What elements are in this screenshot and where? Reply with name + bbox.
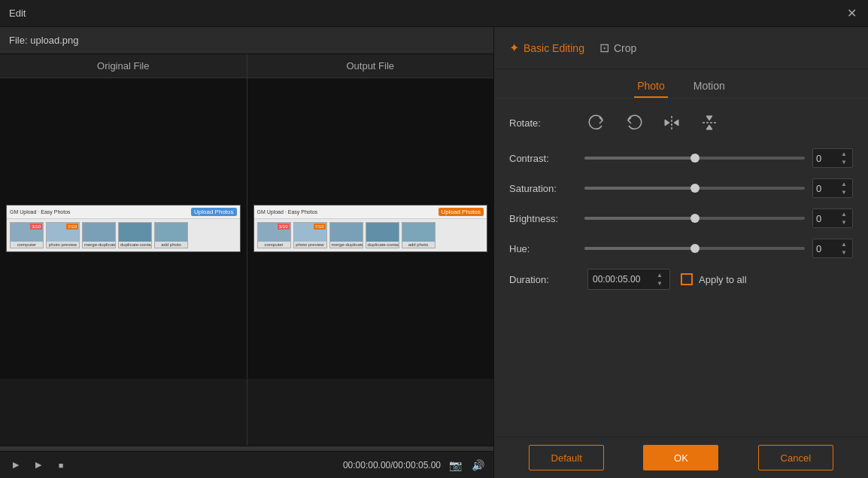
- saturation-fill: [584, 187, 695, 190]
- left-panel-inner: File: upload.png Original File GM Upload…: [0, 27, 493, 478]
- brightness-up[interactable]: ▲: [839, 210, 849, 218]
- original-screenshot: GM Upload · Easy Photos Upload Photos 3/…: [6, 205, 241, 252]
- crop-icon: ⊡: [599, 41, 609, 55]
- contrast-up[interactable]: ▲: [839, 150, 849, 158]
- duration-input[interactable]: 00:00:05.00 ▲ ▼: [587, 269, 670, 290]
- rotate-left-button[interactable]: [622, 111, 646, 135]
- ss-topbar-output: GM Upload · Easy Photos Upload Photos: [254, 206, 487, 219]
- subtab-photo[interactable]: Photo: [634, 75, 668, 98]
- duration-value: 00:00:05.00: [593, 274, 640, 285]
- left-panel: File: upload.png Original File GM Upload…: [0, 27, 494, 478]
- out-thumb-5: add photo: [402, 222, 436, 248]
- thumb-4: duplicate-contact: [118, 222, 152, 248]
- contrast-down[interactable]: ▼: [839, 158, 849, 166]
- duration-spinner[interactable]: ▲ ▼: [654, 271, 665, 288]
- right-panel: ✦ Basic Editing ⊡ Crop Photo Motion Rota…: [494, 27, 868, 478]
- thumb-5: add photo: [154, 222, 188, 248]
- rotate-row: Rotate:: [509, 111, 853, 135]
- bottom-right-empty: [247, 379, 494, 446]
- duration-down[interactable]: ▼: [654, 279, 665, 288]
- saturation-thumb[interactable]: [690, 184, 700, 193]
- brightness-value: 0: [816, 213, 821, 224]
- saturation-spinner[interactable]: ▲ ▼: [839, 180, 849, 196]
- saturation-slider-track[interactable]: [584, 187, 805, 190]
- upload-btn-output[interactable]: Upload Photos: [439, 208, 484, 216]
- output-pane: Output File GM Upload · Easy Photos Uplo…: [247, 54, 494, 378]
- tab-basic-editing-label: Basic Editing: [524, 42, 584, 54]
- hue-thumb[interactable]: [690, 244, 700, 253]
- star-icon: ✦: [509, 41, 519, 55]
- play-button-2[interactable]: ▶: [30, 457, 47, 473]
- hue-down[interactable]: ▼: [839, 248, 849, 257]
- contrast-row: Contrast: 0 ▲ ▼: [509, 148, 853, 168]
- rotate-label: Rotate:: [509, 117, 577, 129]
- brightness-down[interactable]: ▼: [839, 218, 849, 227]
- hue-value-box: 0 ▲ ▼: [812, 239, 853, 258]
- saturation-row: Saturation: 0 ▲ ▼: [509, 178, 853, 198]
- contrast-fill: [584, 157, 695, 160]
- hue-row: Hue: 0 ▲ ▼: [509, 239, 853, 258]
- original-label: Original File: [0, 54, 247, 78]
- flip-horizontal-icon: [663, 114, 680, 131]
- thumb-3: merge-duplicate: [82, 222, 116, 248]
- hue-spinner[interactable]: ▲ ▼: [839, 240, 849, 257]
- sub-tabs: Photo Motion: [494, 69, 868, 99]
- duration-up[interactable]: ▲: [654, 271, 665, 279]
- title-label: Edit: [9, 8, 26, 19]
- saturation-label: Saturation:: [509, 183, 577, 194]
- brightness-fill: [584, 217, 695, 220]
- camera-icon[interactable]: 📷: [447, 457, 463, 473]
- apply-all-container: Apply to all: [681, 273, 747, 285]
- brightness-value-box: 0 ▲ ▼: [812, 209, 853, 228]
- saturation-value: 0: [816, 183, 821, 194]
- rotate-right-button[interactable]: [584, 111, 609, 135]
- thumb-2: 7/10 photo preview: [46, 222, 80, 248]
- hue-label: Hue:: [509, 243, 577, 254]
- stop-button[interactable]: ■: [53, 457, 69, 473]
- ok-button[interactable]: OK: [643, 445, 718, 470]
- hue-fill: [584, 247, 695, 250]
- play-button[interactable]: ▶: [8, 457, 24, 473]
- contrast-slider-track[interactable]: [584, 157, 805, 160]
- rotate-right-icon: [588, 114, 605, 131]
- output-screenshot: GM Upload · Easy Photos Upload Photos 3/…: [253, 205, 488, 252]
- cancel-button[interactable]: Cancel: [758, 445, 833, 470]
- volume-icon[interactable]: 🔊: [469, 457, 486, 473]
- ss-thumbnails-original: 3/10 computer 7/10 photo preview: [7, 219, 240, 251]
- output-content: GM Upload · Easy Photos Upload Photos 3/…: [247, 78, 494, 378]
- original-pane: Original File GM Upload · Easy Photos Up…: [0, 54, 247, 378]
- hue-slider-track[interactable]: [584, 247, 805, 250]
- close-button[interactable]: ✕: [844, 6, 859, 21]
- contrast-thumb[interactable]: [690, 154, 700, 163]
- brightness-slider-track[interactable]: [584, 217, 805, 220]
- ss-thumbnails-output: 3/10 computer 7/10 photo preview: [254, 219, 487, 251]
- out-thumb-2: 7/10 photo preview: [293, 222, 327, 248]
- tab-basic-editing[interactable]: ✦ Basic Editing: [509, 38, 584, 58]
- tab-crop-label: Crop: [614, 42, 636, 54]
- preview-area: Original File GM Upload · Easy Photos Up…: [0, 54, 493, 379]
- saturation-up[interactable]: ▲: [839, 180, 849, 188]
- default-button[interactable]: Default: [529, 445, 604, 470]
- bottom-left-empty: [0, 379, 247, 446]
- brightness-row: Brightness: 0 ▲ ▼: [509, 209, 853, 228]
- file-info: File: upload.png: [0, 27, 493, 54]
- contrast-spinner[interactable]: ▲ ▼: [839, 150, 849, 166]
- flip-vertical-button[interactable]: [697, 111, 721, 135]
- out-thumb-1: 3/10 computer: [257, 222, 291, 248]
- apply-all-checkbox[interactable]: [681, 273, 693, 285]
- out-thumb-3: merge-duplicate: [329, 222, 363, 248]
- hue-up[interactable]: ▲: [839, 240, 849, 248]
- upload-btn-original[interactable]: Upload Photos: [191, 208, 236, 216]
- thumb-1: 3/10 computer: [10, 222, 44, 248]
- main-container: File: upload.png Original File GM Upload…: [0, 27, 868, 478]
- saturation-down[interactable]: ▼: [839, 188, 849, 196]
- rotate-left-icon: [626, 114, 642, 131]
- ss-topbar-original: GM Upload · Easy Photos Upload Photos: [7, 206, 240, 219]
- brightness-thumb[interactable]: [690, 214, 700, 223]
- tab-crop[interactable]: ⊡ Crop: [599, 38, 636, 58]
- output-label: Output File: [247, 54, 494, 78]
- subtab-motion[interactable]: Motion: [690, 75, 728, 98]
- contrast-value-box: 0 ▲ ▼: [812, 148, 853, 168]
- brightness-spinner[interactable]: ▲ ▼: [839, 210, 849, 227]
- flip-horizontal-button[interactable]: [660, 111, 684, 135]
